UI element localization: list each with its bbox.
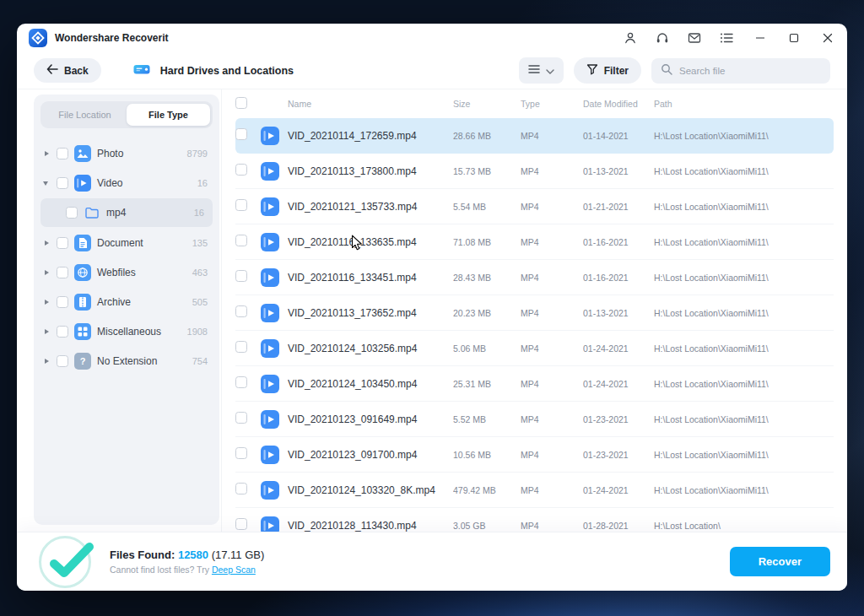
caret-right-icon[interactable] — [42, 298, 51, 306]
support-headset-icon[interactable] — [655, 30, 670, 46]
tree-item-count: 505 — [192, 297, 208, 307]
account-icon[interactable] — [623, 30, 638, 46]
file-type: MP4 — [521, 202, 583, 212]
checkbox[interactable] — [57, 148, 68, 159]
tree-item-miscellaneous[interactable]: Miscellaneous 1908 — [34, 316, 219, 346]
table-row[interactable]: VID_20210116_133635.mp4 71.08 MB MP4 01-… — [235, 224, 834, 260]
row-checkbox[interactable] — [235, 270, 247, 282]
row-checkbox[interactable] — [235, 199, 247, 211]
column-header-type[interactable]: Type — [521, 99, 583, 109]
tab-file-location[interactable]: File Location — [43, 104, 127, 126]
file-path: H:\Lost Location\XiaomiMi11\ — [654, 485, 834, 495]
svg-text:?: ? — [80, 356, 86, 366]
caret-right-icon[interactable] — [42, 327, 51, 336]
row-checkbox[interactable] — [235, 164, 247, 176]
caret-down-icon[interactable] — [42, 179, 51, 187]
search-box[interactable] — [651, 58, 830, 84]
file-size: 15.73 MB — [453, 166, 521, 176]
tree-item-document[interactable]: Document 135 — [34, 228, 219, 257]
tree-item-mp4[interactable]: mp4 16 — [40, 198, 213, 227]
filter-label: Filter — [604, 65, 629, 77]
tree-item-count: 16 — [197, 178, 208, 188]
recoverit-window: Wondershare Recoverit Back Hard Drives a… — [17, 24, 847, 591]
select-all-checkbox[interactable] — [235, 97, 247, 109]
table-row[interactable]: VID_20210116_133451.mp4 28.43 MB MP4 01-… — [235, 260, 834, 295]
column-header-path[interactable]: Path — [654, 99, 834, 109]
recover-button[interactable]: Recover — [730, 547, 830, 576]
row-checkbox[interactable] — [235, 518, 247, 530]
column-header-size[interactable]: Size — [453, 99, 521, 109]
back-button[interactable]: Back — [34, 58, 101, 83]
tree-item-count: 16 — [194, 208, 204, 218]
row-checkbox[interactable] — [235, 128, 247, 140]
caret-right-icon[interactable] — [42, 239, 51, 247]
file-path: H:\Lost Location\XiaomiMi11\ — [654, 273, 834, 283]
location-heading: Hard Drives and Locations — [132, 59, 294, 83]
file-date: 01-28-2021 — [583, 521, 654, 531]
video-file-icon — [261, 304, 288, 322]
file-size: 5.54 MB — [453, 202, 521, 212]
file-size: 28.66 MB — [453, 131, 521, 141]
tab-file-type[interactable]: File Type — [127, 104, 210, 126]
row-checkbox[interactable] — [235, 447, 247, 459]
table-row[interactable]: VID_20210123_091649.mp4 5.52 MB MP4 01-2… — [235, 402, 834, 437]
row-checkbox[interactable] — [235, 412, 247, 424]
checkbox[interactable] — [57, 296, 68, 308]
file-type: MP4 — [521, 308, 583, 318]
app-title: Wondershare Recoverit — [55, 32, 169, 44]
tree-item-label: Document — [97, 237, 143, 249]
file-name: VID_20210123_091700.mp4 — [288, 449, 453, 461]
table-row[interactable]: VID_20210113_173652.mp4 20.23 MB MP4 01-… — [235, 295, 834, 331]
row-checkbox[interactable] — [235, 341, 247, 353]
checkbox[interactable] — [66, 207, 78, 219]
archive-icon — [74, 294, 91, 311]
search-input[interactable] — [679, 66, 821, 76]
table-row[interactable]: VID_20210114_172659.mp4 28.66 MB MP4 01-… — [235, 118, 834, 154]
video-file-icon — [261, 197, 288, 216]
video-file-icon — [261, 268, 288, 287]
view-options-button[interactable] — [519, 57, 564, 84]
tree-item-count: 135 — [192, 238, 208, 248]
checkbox[interactable] — [57, 326, 68, 338]
row-checkbox[interactable] — [235, 483, 247, 494]
file-name: VID_20210128_113430.mp4 — [288, 520, 453, 532]
table-row[interactable]: VID_20210113_173800.mp4 15.73 MB MP4 01-… — [235, 154, 834, 189]
table-row[interactable]: VID_20210123_091700.mp4 10.56 MB MP4 01-… — [235, 437, 834, 473]
checkbox[interactable] — [57, 177, 68, 189]
caret-right-icon[interactable] — [42, 268, 51, 277]
table-row[interactable]: VID_20210124_103256.mp4 5.06 MB MP4 01-2… — [235, 331, 834, 366]
video-file-icon — [261, 233, 288, 251]
menu-list-icon[interactable] — [719, 30, 734, 46]
row-checkbox[interactable] — [235, 376, 247, 388]
deep-scan-link[interactable]: Deep Scan — [212, 565, 256, 575]
checkbox[interactable] — [57, 267, 68, 278]
files-found-size: (17.11 GB) — [212, 548, 265, 561]
caret-right-icon[interactable] — [42, 357, 51, 365]
checkbox[interactable] — [57, 237, 68, 249]
row-checkbox[interactable] — [235, 235, 247, 246]
tree-item-count: 463 — [192, 267, 208, 278]
minimize-button[interactable] — [753, 30, 768, 46]
column-header-name[interactable]: Name — [288, 99, 453, 109]
checkbox[interactable] — [57, 355, 68, 367]
table-row[interactable]: VID_20210124_103450.mp4 25.31 MB MP4 01-… — [235, 366, 834, 402]
maximize-button[interactable] — [786, 30, 802, 46]
close-button[interactable] — [820, 30, 835, 46]
table-row[interactable]: VID_20210121_135733.mp4 5.54 MB MP4 01-2… — [235, 189, 834, 224]
tree-item-no-extension[interactable]: ? No Extension 754 — [34, 346, 219, 376]
tree-item-photo[interactable]: Photo 8799 — [34, 138, 219, 168]
filter-button[interactable]: Filter — [574, 57, 641, 84]
tree-item-video[interactable]: Video 16 — [34, 168, 219, 197]
file-path: H:\Lost Location\ — [654, 521, 834, 531]
row-checkbox[interactable] — [235, 305, 247, 317]
table-row[interactable]: VID_20210128_113430.mp4 3.05 GB MP4 01-2… — [235, 508, 834, 532]
tree-item-webfiles[interactable]: Webfiles 463 — [34, 257, 219, 287]
file-size: 71.08 MB — [453, 237, 521, 247]
feedback-mail-icon[interactable] — [687, 30, 702, 46]
file-size: 5.52 MB — [453, 414, 521, 424]
search-icon — [661, 63, 672, 78]
tree-item-archive[interactable]: Archive 505 — [34, 287, 219, 316]
column-header-date-modified[interactable]: Date Modified — [583, 99, 654, 109]
caret-right-icon[interactable] — [42, 149, 51, 158]
table-row[interactable]: VID_20210124_103320_8K.mp4 479.42 MB MP4… — [235, 473, 834, 508]
